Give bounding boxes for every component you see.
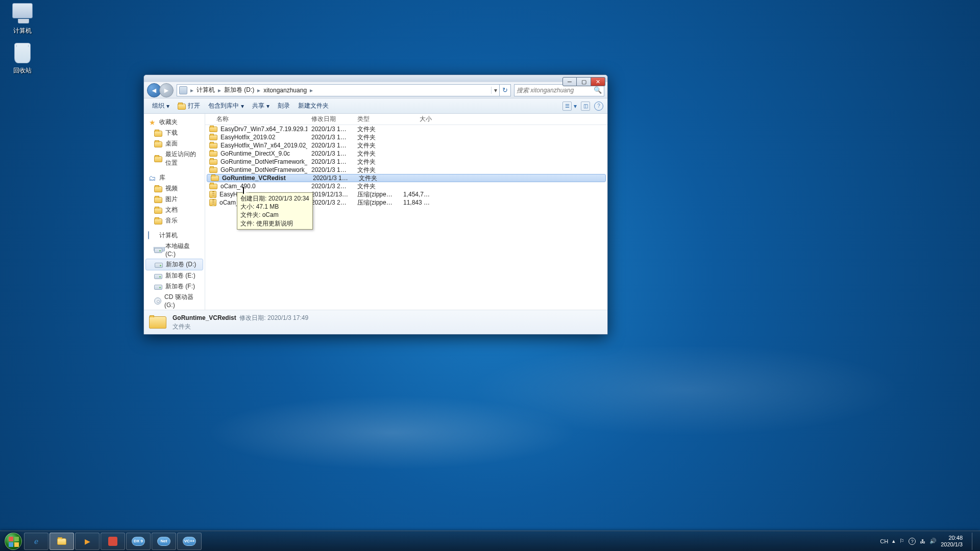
view-options-button[interactable]: ☰	[562, 102, 572, 111]
tray-action-center-icon[interactable]: ⚐	[899, 538, 904, 544]
folder-icon	[211, 176, 219, 181]
breadcrumb-bar[interactable]: ▸ 计算机▸ 新加卷 (D:)▸ xitonganzhuang▸ ▾	[177, 84, 500, 96]
details-meta-value: 2020/1/3 17:49	[267, 314, 308, 321]
tray-network-icon[interactable]: 🖧	[920, 538, 925, 544]
window-titlebar[interactable]	[144, 75, 607, 82]
taskbar-cloud-vc[interactable]: VC++	[177, 533, 202, 550]
details-pane: GoRuntime_VCRedist 修改日期: 2020/1/3 17:49 …	[144, 310, 607, 334]
computer-icon	[12, 3, 33, 18]
desktop-icon-label: 回收站	[3, 66, 42, 75]
desktop-icon-recycle-bin[interactable]: 回收站	[3, 43, 42, 75]
nav-item-drive[interactable]: CD 驱动器 (G:)	[144, 292, 205, 310]
taskbar-app-red[interactable]	[101, 533, 125, 550]
maximize-button[interactable]: ▢	[577, 77, 591, 86]
zip-icon	[209, 199, 216, 206]
folder-icon	[209, 135, 217, 140]
desktop-background-swirl	[0, 347, 980, 490]
nav-item-desktop[interactable]: 桌面	[144, 138, 205, 149]
details-type: 文件夹	[173, 322, 308, 331]
taskbar-media-player[interactable]: ▶	[75, 533, 100, 550]
new-folder-button[interactable]: 新建文件夹	[294, 98, 333, 113]
window-controls: ─ ▢ ✕	[562, 77, 605, 86]
preview-pane-button[interactable]: ◫	[581, 102, 590, 111]
details-meta-label: 修改日期:	[239, 314, 265, 321]
desktop-icon-label: 计算机	[3, 27, 42, 35]
nav-item-drive[interactable]: 新加卷 (D:)	[145, 259, 203, 270]
share-menu[interactable]: 共享 ▾	[248, 98, 274, 113]
close-button[interactable]: ✕	[591, 77, 605, 86]
refresh-button[interactable]: ↻	[500, 84, 511, 96]
drive-icon	[154, 285, 162, 290]
nav-item-music[interactable]: 音乐	[144, 215, 205, 226]
system-tray: CH ▴ ⚐ ? 🖧 🔊 20:48 2020/1/3	[880, 533, 977, 550]
taskbar-ie[interactable]: ℯ	[24, 533, 48, 550]
tray-clock[interactable]: 20:48 2020/1/3	[941, 535, 965, 547]
burn-button[interactable]: 刻录	[274, 98, 294, 113]
folder-icon	[209, 127, 217, 132]
desktop-icon-computer[interactable]: 计算机	[3, 3, 42, 35]
tray-ime[interactable]: CH	[880, 538, 888, 544]
file-row[interactable]: GoRuntime_VCRedist2020/1/3 17:49文件夹	[207, 174, 606, 182]
breadcrumb-segment[interactable]: 计算机	[194, 86, 217, 94]
tray-overflow-icon[interactable]: ▴	[892, 538, 895, 544]
nav-item-downloads[interactable]: 下载	[144, 128, 205, 138]
nav-item-documents[interactable]: 文档	[144, 205, 205, 215]
file-row[interactable]: oCam_490.02020/1/3 20:34文件夹	[205, 182, 607, 190]
show-desktop-button[interactable]	[972, 533, 977, 550]
view-dropdown[interactable]: ▾	[574, 103, 577, 110]
taskbar-cloud-net[interactable]: Net	[152, 533, 176, 550]
folder-icon	[178, 104, 186, 110]
computer-group[interactable]: 计算机	[144, 230, 205, 241]
tray-help-icon[interactable]: ?	[909, 538, 916, 545]
navigation-pane: ★收藏夹 下载 桌面 最近访问的位置 🗂库 视频 图片 文档 音乐 计算机 本地…	[144, 114, 205, 310]
folder-icon	[154, 197, 162, 203]
nav-item-drive[interactable]: 本地磁盘 (C:)	[144, 241, 205, 259]
file-row[interactable]: EasyHotfix_2019.022020/1/3 17:50文件夹	[205, 133, 607, 141]
open-button[interactable]: 打开	[174, 98, 204, 113]
drive-icon	[154, 274, 162, 279]
forward-button[interactable]: ►	[159, 83, 174, 97]
column-headers[interactable]: 名称 修改日期 类型 大小	[205, 114, 607, 125]
file-row[interactable]: GoRuntime_DotNetFramework_4.x2020/1/3 17…	[205, 166, 607, 174]
taskbar-explorer[interactable]	[50, 533, 74, 550]
folder-icon	[154, 156, 162, 162]
folder-icon	[154, 131, 162, 137]
start-button[interactable]	[3, 531, 23, 552]
breadcrumb-dropdown[interactable]: ▾	[491, 87, 499, 94]
breadcrumb-segment[interactable]: 新加卷 (D:)	[222, 86, 256, 94]
nav-item-videos[interactable]: 视频	[144, 183, 205, 194]
folder-icon	[209, 184, 217, 189]
cloud-icon: VC++	[183, 537, 196, 546]
minimize-button[interactable]: ─	[562, 77, 577, 86]
file-row[interactable]: EasyHotfix_Win7_x64_2019.02_ITSK.C...202…	[205, 141, 607, 149]
location-icon	[179, 86, 187, 94]
file-row[interactable]: EasyDrv7_Win7.x64_7.19.929.12020/1/3 17:…	[205, 125, 607, 133]
libraries-icon: 🗂	[148, 174, 156, 182]
include-menu[interactable]: 包含到库中 ▾	[204, 98, 248, 113]
nav-item-recent[interactable]: 最近访问的位置	[144, 149, 205, 168]
column-type[interactable]: 类型	[353, 115, 399, 123]
file-row[interactable]: GoRuntime_DirectX_9.0c2020/1/3 17:51文件夹	[205, 149, 607, 158]
help-button[interactable]: ?	[594, 102, 603, 111]
nav-item-pictures[interactable]: 图片	[144, 194, 205, 205]
search-input[interactable]	[517, 87, 594, 94]
taskbar-cloud-dx9[interactable]: DX 9	[126, 533, 151, 550]
folder-icon	[209, 143, 217, 148]
taskbar: ℯ ▶ DX 9 Net VC++ CH ▴ ⚐ ? 🖧 🔊 20:48 202…	[0, 531, 980, 551]
favorites-group[interactable]: ★收藏夹	[144, 117, 205, 128]
nav-item-drive[interactable]: 新加卷 (E:)	[144, 270, 205, 281]
star-icon: ★	[148, 118, 156, 127]
breadcrumb-segment[interactable]: xitonganzhuang	[261, 87, 309, 94]
file-row[interactable]: GoRuntime_DotNetFramework_3.x2020/1/3 17…	[205, 158, 607, 166]
column-date[interactable]: 修改日期	[307, 115, 353, 123]
folder-icon	[209, 167, 217, 173]
cloud-icon: DX 9	[132, 537, 145, 546]
column-name[interactable]: 名称	[205, 115, 307, 123]
search-icon: 🔍	[594, 86, 602, 94]
nav-item-drive[interactable]: 新加卷 (F:)	[144, 281, 205, 292]
address-bar-row: ◄ ► ▸ 计算机▸ 新加卷 (D:)▸ xitonganzhuang▸ ▾ ↻…	[144, 82, 607, 98]
tray-volume-icon[interactable]: 🔊	[929, 538, 937, 544]
column-size[interactable]: 大小	[399, 115, 436, 123]
organize-menu[interactable]: 组织 ▾	[148, 98, 174, 113]
libraries-group[interactable]: 🗂库	[144, 172, 205, 183]
